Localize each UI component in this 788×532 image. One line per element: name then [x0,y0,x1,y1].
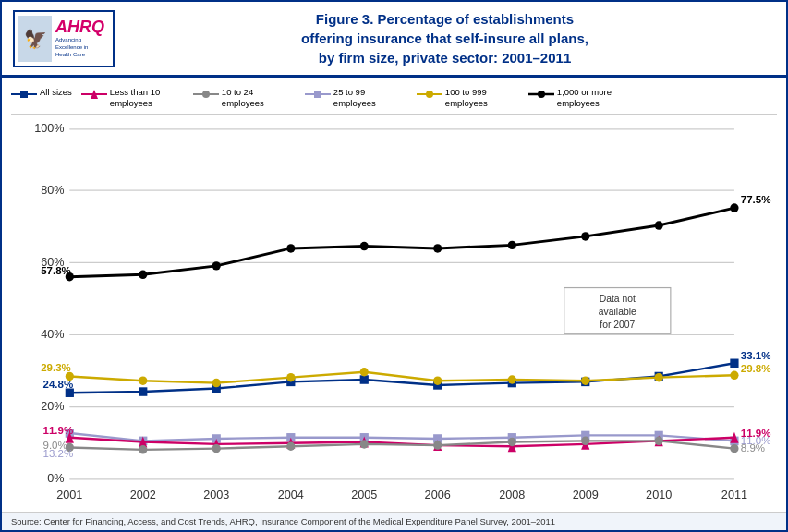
svg-point-85 [139,445,147,453]
footer-text: Source: Center for Financing, Access, an… [11,516,555,526]
main-container: 🦅 AHRQ AdvancingExcellence inHealth Care… [0,0,788,532]
svg-rect-48 [360,375,369,383]
svg-text:available: available [599,306,636,317]
svg-text:2011: 2011 [721,488,747,502]
svg-text:2001: 2001 [56,488,82,502]
svg-rect-45 [139,387,147,395]
svg-point-59 [433,376,442,384]
footer: Source: Center for Financing, Access, an… [2,512,786,530]
svg-text:2002: 2002 [130,488,156,502]
svg-point-41 [581,232,589,240]
svg-text:20%: 20% [41,399,64,413]
svg-point-60 [508,375,516,383]
svg-point-58 [360,368,369,376]
legend-10-24: 10 to 24 employees [193,87,296,110]
svg-point-40 [508,240,516,248]
svg-point-11 [538,91,545,98]
legend-label-1000plus: 1,000 or more employees [557,87,631,110]
svg-point-93 [730,444,738,453]
svg-point-91 [581,436,589,444]
svg-point-43 [730,203,738,212]
svg-point-57 [286,373,295,381]
chart-title: Figure 3. Percentage of establishments o… [115,9,775,67]
chart-body: All sizes Less than 10 employees 10 to 2… [2,78,786,512]
svg-text:33.1%: 33.1% [741,348,771,360]
header: 🦅 AHRQ AdvancingExcellence inHealth Care… [2,2,786,78]
svg-text:80%: 80% [41,182,64,196]
svg-text:40%: 40% [41,327,64,341]
svg-text:29.8%: 29.8% [741,361,771,373]
chart-title-area: Figure 3. Percentage of establishments o… [115,9,775,67]
svg-text:11.9%: 11.9% [43,424,74,436]
svg-point-61 [581,376,589,384]
svg-point-35 [139,270,147,278]
svg-point-38 [360,242,369,250]
legend-label-all-sizes: All sizes [40,87,72,98]
svg-text:24.8%: 24.8% [43,378,74,390]
legend-label-10-24: 10 to 24 employees [222,87,296,110]
svg-point-39 [433,244,442,252]
logo-area: 🦅 AHRQ AdvancingExcellence inHealth Care [13,10,115,67]
svg-point-37 [286,244,295,252]
eagle-icon: 🦅 [18,16,52,62]
svg-point-87 [286,441,295,450]
svg-text:2005: 2005 [351,488,377,502]
legend-25-99: 25 to 99 employees [305,87,407,110]
svg-rect-53 [730,358,738,367]
svg-point-36 [212,261,221,270]
legend-label-100-999: 100 to 999 employees [445,87,519,110]
chart-svg: 0% 20% 40% 60% 80% 100% 2001 2002 2003 2… [11,118,777,512]
svg-text:2006: 2006 [425,488,451,502]
svg-point-92 [655,436,663,444]
svg-text:2008: 2008 [499,488,525,502]
svg-point-56 [212,379,221,387]
ahrq-text: AHRQ [55,18,104,37]
svg-text:100%: 100% [34,121,64,135]
svg-point-9 [426,91,433,98]
svg-text:2010: 2010 [646,488,672,502]
legend-label-25-99: 25 to 99 employees [333,87,407,110]
svg-point-63 [730,370,738,379]
svg-rect-7 [314,91,321,98]
svg-point-55 [139,376,147,384]
svg-text:for 2007: for 2007 [600,319,635,330]
ahrq-logo: AHRQ AdvancingExcellence inHealth Care [52,18,104,58]
svg-text:2004: 2004 [278,488,304,502]
svg-text:77.5%: 77.5% [741,193,771,205]
svg-point-90 [508,437,516,445]
svg-text:13.2%: 13.2% [43,447,74,459]
svg-text:2009: 2009 [573,488,599,502]
legend-label-less10: Less than 10 employees [110,87,184,110]
legend-100-999: 100 to 999 employees [417,87,519,110]
legend-less10: Less than 10 employees [81,87,184,110]
svg-text:57.8%: 57.8% [41,264,71,276]
chart-svg-area: 0% 20% 40% 60% 80% 100% 2001 2002 2003 2… [11,118,777,512]
svg-point-5 [202,91,210,98]
svg-rect-1 [20,91,28,98]
title-line1: Figure 3. Percentage of establishments [316,11,574,27]
title-line3: by firm size, private sector: 2001–2011 [319,50,572,66]
legend-all-sizes: All sizes [11,87,72,110]
svg-point-62 [655,373,663,381]
svg-text:Data not: Data not [600,292,636,303]
ahrq-subtitle: AdvancingExcellence inHealth Care [55,37,104,58]
logo-box: 🦅 AHRQ AdvancingExcellence inHealth Care [13,10,115,67]
svg-text:11.0%: 11.0% [741,433,771,445]
title-line2: offering insurance that self-insure all … [301,30,588,46]
legend: All sizes Less than 10 employees 10 to 2… [11,83,777,115]
svg-point-42 [655,221,663,229]
svg-point-89 [433,441,442,449]
legend-1000plus: 1,000 or more employees [528,87,631,110]
svg-text:29.3%: 29.3% [41,360,71,372]
svg-text:0%: 0% [47,471,64,485]
svg-text:2003: 2003 [203,488,229,502]
svg-point-88 [360,440,369,448]
svg-point-86 [212,444,221,453]
